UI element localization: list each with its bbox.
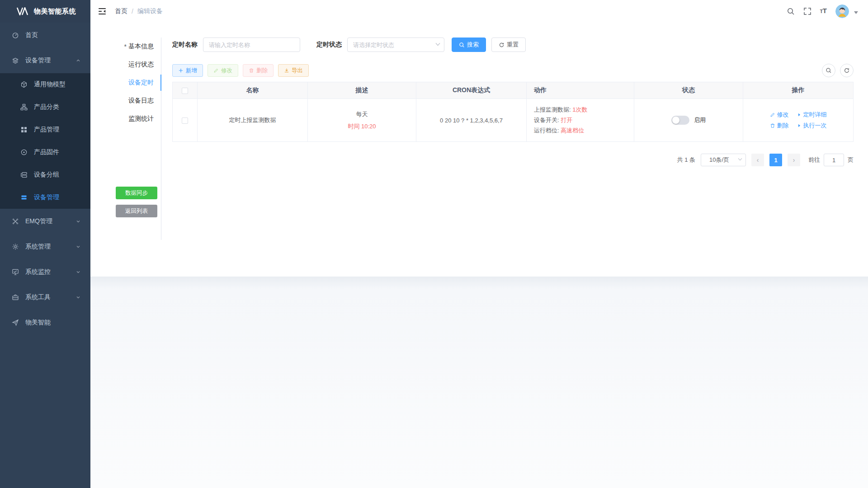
page-background	[90, 277, 868, 488]
reset-button[interactable]: 重置	[491, 38, 526, 52]
edit-icon	[770, 112, 775, 117]
op-label: 删除	[777, 122, 789, 130]
required-mark: *	[124, 43, 127, 50]
tab-device-timer[interactable]: 设备定时	[116, 74, 161, 92]
goto-page-input[interactable]	[824, 154, 844, 166]
sidebar-item-product-firmware[interactable]: 产品固件	[0, 141, 90, 164]
sidebar-item-thing-model[interactable]: 通用物模型	[0, 73, 90, 96]
data-sync-button[interactable]: 数据同步	[116, 187, 157, 199]
page-size-select-input[interactable]	[701, 154, 746, 166]
breadcrumb-separator: /	[132, 8, 133, 15]
fullscreen-icon[interactable]	[803, 7, 811, 15]
target-icon	[20, 149, 28, 156]
sidebar-item-emq-management[interactable]: EMQ管理	[0, 209, 90, 234]
action-label: 设备开关:	[534, 117, 559, 123]
timer-name-label: 定时名称	[172, 41, 198, 49]
sidebar: 物美智能系统 首页 设备管理 通用物模型 产品分类 产品管理	[0, 0, 90, 488]
current-page-button[interactable]: 1	[769, 154, 782, 166]
avatar[interactable]	[835, 5, 849, 18]
back-to-list-button[interactable]: 返回列表	[116, 205, 157, 217]
tab-label: 设备日志	[128, 97, 154, 105]
select-all-checkbox[interactable]	[182, 88, 188, 94]
breadcrumb-home[interactable]: 首页	[115, 7, 127, 15]
next-page-button[interactable]: ›	[788, 154, 800, 166]
sidebar-item-label: 设备管理	[25, 56, 51, 65]
sidebar-item-wumei-smart[interactable]: 物美智能	[0, 310, 90, 335]
sidebar-submenu-device: 通用物模型 产品分类 产品管理 产品固件 设备分组 设备管理	[0, 73, 90, 209]
sidebar-item-home[interactable]: 首页	[0, 23, 90, 48]
op-edit-link[interactable]: 修改	[770, 111, 789, 119]
timer-status-label: 定时状态	[316, 41, 342, 49]
sidebar-item-system-monitor[interactable]: 系统监控	[0, 259, 90, 285]
export-button[interactable]: 导出	[278, 64, 309, 77]
status-label: 启用	[694, 116, 706, 124]
edit-button[interactable]: 修改	[208, 64, 238, 77]
sidebar-item-system-management[interactable]: 系统管理	[0, 234, 90, 259]
op-timer-detail-link[interactable]: 定时详细	[797, 111, 827, 119]
sidebar-item-device-management-active[interactable]: 设备管理	[0, 186, 90, 209]
sidebar-item-device-group[interactable]: 设备分组	[0, 164, 90, 186]
sidebar-item-label: 系统工具	[25, 293, 51, 301]
tab-basic-info[interactable]: * 基本信息	[116, 38, 161, 56]
search-icon[interactable]	[787, 7, 795, 15]
search-button-label: 搜索	[467, 41, 479, 49]
topbar-actions: TT	[787, 5, 858, 18]
row-checkbox[interactable]	[182, 117, 188, 124]
search-button[interactable]: 搜索	[452, 38, 486, 52]
sidebar-item-device-management[interactable]: 设备管理	[0, 48, 90, 73]
delete-button[interactable]: 删除	[243, 64, 274, 77]
action-value: 高速档位	[561, 127, 584, 134]
sidebar-item-product-management[interactable]: 产品管理	[0, 118, 90, 141]
sidebar-item-label: 系统管理	[25, 243, 51, 251]
header-action: 动作	[527, 82, 634, 99]
op-label: 执行一次	[803, 122, 827, 130]
edit-icon	[213, 68, 219, 73]
timer-status-select[interactable]	[347, 38, 444, 52]
reset-button-label: 重置	[507, 41, 519, 49]
sidebar-item-product-category[interactable]: 产品分类	[0, 96, 90, 118]
monitor-icon	[12, 268, 19, 276]
show-search-button[interactable]	[822, 64, 835, 77]
cell-status: 启用	[634, 99, 743, 142]
timer-status-select-input[interactable]	[347, 38, 444, 52]
sidebar-item-label: 物美智能	[25, 319, 51, 327]
tab-monitor-statistics[interactable]: 监测统计	[116, 110, 161, 128]
breadcrumb: 首页 / 编辑设备	[115, 7, 163, 15]
sidebar-menu: 首页 设备管理 通用物模型 产品分类 产品管理 产品固件	[0, 23, 90, 335]
caret-right-icon	[797, 123, 802, 128]
tab-label: 运行状态	[128, 61, 154, 69]
app-logo: 物美智能系统	[0, 0, 90, 23]
sidebar-fold-icon[interactable]	[98, 7, 107, 16]
desc-time: 时间 10:20	[308, 122, 416, 131]
refresh-icon	[844, 67, 850, 74]
op-delete-link[interactable]: 删除	[770, 122, 789, 130]
caret-down-icon[interactable]	[854, 11, 858, 14]
font-size-icon[interactable]: TT	[820, 7, 827, 16]
sidebar-item-label: 设备管理	[34, 193, 59, 202]
sidebar-item-label: 首页	[25, 31, 38, 39]
toggle-knob	[672, 117, 679, 124]
cell-cron: 0 20 10 ? * 1,2,3,4,5,6,7	[416, 99, 527, 142]
chevron-down-icon	[76, 270, 80, 274]
edit-button-label: 修改	[221, 67, 232, 75]
sidebar-item-label: 产品分类	[34, 103, 59, 111]
sidebar-item-label: 产品管理	[34, 126, 59, 134]
add-button[interactable]: 新增	[172, 64, 203, 77]
sidebar-item-system-tools[interactable]: 系统工具	[0, 285, 90, 310]
device-group-icon	[20, 171, 28, 178]
header-status: 状态	[634, 82, 743, 99]
tab-label: 设备定时	[128, 79, 154, 87]
action-value: 1次数	[572, 106, 587, 113]
op-run-once-link[interactable]: 执行一次	[797, 122, 827, 130]
page-size-select[interactable]	[701, 154, 746, 166]
refresh-button[interactable]	[840, 64, 854, 77]
sidebar-item-label: 系统监控	[25, 268, 51, 276]
pagination: 共 1 条 ‹ 1 › 前往 页	[172, 154, 854, 166]
tab-device-log[interactable]: 设备日志	[116, 92, 161, 110]
prev-page-button[interactable]: ‹	[751, 154, 764, 166]
tab-running-status[interactable]: 运行状态	[116, 56, 161, 74]
desc-frequency: 每天	[308, 110, 416, 118]
timer-name-input[interactable]	[203, 38, 300, 52]
status-toggle[interactable]	[671, 116, 689, 125]
download-icon	[284, 68, 289, 73]
